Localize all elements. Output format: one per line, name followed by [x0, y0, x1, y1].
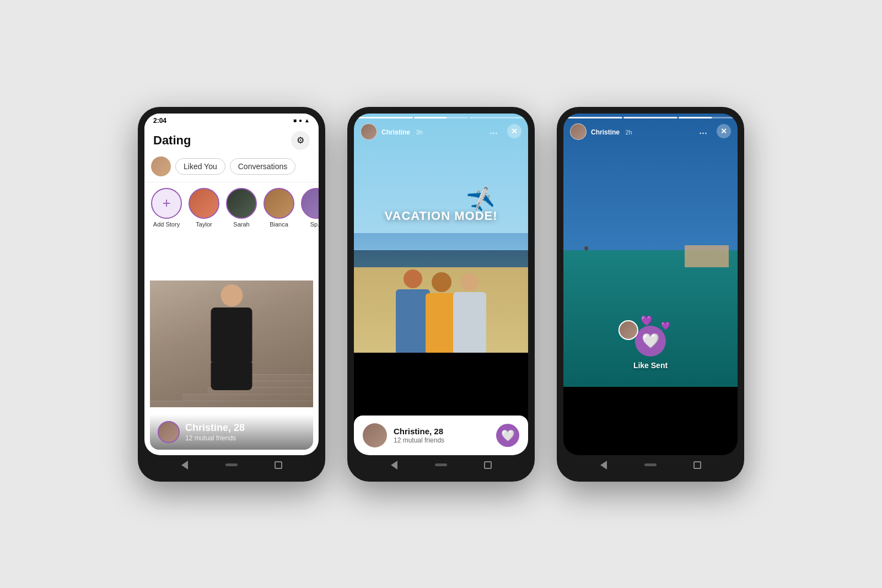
phone-1-screen: 2:04 ■ ● ▲ Dating ⚙ Liked You Conversati…: [144, 114, 319, 455]
stair-5: [251, 374, 313, 381]
head-3: [461, 273, 478, 291]
home-icon: [225, 463, 238, 466]
profile-name-row: Christine, 28 12 mutual friends: [158, 421, 305, 443]
battery-icon: ▲: [304, 117, 310, 123]
story-time-3: 2h: [625, 129, 632, 136]
water: [354, 233, 528, 267]
like-sent-text: Like Sent: [633, 361, 668, 370]
sarah-avatar: [226, 188, 257, 219]
progress-2: [414, 117, 469, 118]
more-icon: ...: [490, 127, 498, 136]
head-2: [432, 272, 451, 292]
story-bianca[interactable]: Bianca: [263, 188, 294, 228]
progress-3: [469, 117, 524, 118]
bottom-card-mutual: 12 mutual friends: [394, 436, 490, 444]
liked-user-avatar: [619, 320, 638, 340]
back-button[interactable]: [179, 459, 191, 471]
recents-icon-3: [693, 461, 701, 469]
more-options-button-3[interactable]: ...: [696, 123, 711, 139]
add-story-item[interactable]: + Add Story: [151, 188, 182, 228]
back-button-3[interactable]: [598, 459, 610, 471]
story-taylor[interactable]: Taylor: [189, 188, 219, 228]
progress-3-3: [679, 117, 733, 118]
story-sarah[interactable]: Sarah: [226, 188, 257, 228]
dating-title: Dating: [153, 133, 191, 148]
home-button-2[interactable]: [435, 459, 447, 471]
story-sp[interactable]: Sp...: [301, 188, 319, 228]
progress-3-2: [623, 117, 678, 118]
sparkle-heart-1: 💜: [641, 315, 653, 327]
progress-bars-3: [568, 117, 733, 118]
stories-row: + Add Story Taylor Sarah Bianca Sp...: [144, 182, 319, 233]
recents-icon: [275, 461, 282, 469]
story-user-info-3: Christine 2h: [570, 123, 632, 140]
like-heart-button[interactable]: 🤍: [635, 326, 666, 357]
close-icon: ✕: [511, 127, 518, 136]
story-actions-3[interactable]: ... ✕: [696, 123, 731, 139]
phone-3: Christine 2h ... ✕ 💜 💜 �: [557, 107, 744, 482]
profile-info-overlay: Christine, 28 12 mutual friends: [150, 414, 313, 450]
close-button-3[interactable]: ✕: [717, 124, 731, 138]
taylor-label: Taylor: [196, 221, 212, 228]
profile-card[interactable]: Christine, 28 12 mutual friends: [150, 239, 313, 450]
home-button[interactable]: [225, 459, 238, 471]
bianca-avatar: [263, 188, 294, 219]
like-button-2[interactable]: 🤍: [496, 424, 519, 447]
close-button[interactable]: ✕: [507, 124, 521, 138]
gear-icon: ⚙: [297, 135, 304, 145]
sparkle-heart-2: 💜: [661, 321, 670, 330]
phone-3-nav-bar: [563, 455, 738, 475]
story-user-avatar-3: [570, 123, 587, 140]
person-3: [453, 273, 486, 353]
add-story-label: Add Story: [153, 221, 180, 228]
recents-icon-2: [484, 461, 492, 469]
phone-2: Christine 3h ... ✕ VACATION MODE! ✈️ Chr…: [347, 107, 535, 482]
story-username: Christine: [381, 128, 410, 136]
signal-icon: ■: [293, 117, 297, 123]
more-options-button[interactable]: ...: [486, 123, 502, 139]
settings-button[interactable]: ⚙: [291, 131, 310, 150]
like-sent-overlay: 💜 💜 🤍 Like Sent: [633, 326, 668, 370]
bottom-card-avatar: [363, 423, 387, 447]
story-user-text: Christine 3h: [381, 127, 423, 137]
back-icon: [181, 461, 188, 470]
recents-button[interactable]: [272, 459, 284, 471]
add-story-button[interactable]: +: [151, 188, 182, 219]
dating-tabs: Liked You Conversations: [144, 153, 319, 182]
progress-3-1: [568, 117, 622, 118]
story-time: 3h: [416, 129, 422, 136]
story-user-text-3: Christine 2h: [591, 127, 632, 137]
home-button-3[interactable]: [644, 459, 657, 471]
person-figure: [211, 284, 252, 390]
status-bar-1: 2:04 ■ ● ▲: [144, 114, 319, 127]
story-bottom-card-2: Christine, 28 12 mutual friends 🤍: [354, 416, 528, 455]
beach-background: [354, 114, 528, 455]
phone-1-nav-bar: [144, 455, 319, 475]
tab-conversations[interactable]: Conversations: [230, 158, 296, 175]
stair-1: [150, 401, 313, 407]
home-icon-3: [644, 463, 657, 466]
progress-1: [358, 117, 413, 118]
bottom-card-info: Christine, 28 12 mutual friends: [394, 427, 490, 444]
person-1: [396, 269, 430, 353]
story-actions-2[interactable]: ... ✕: [486, 123, 521, 139]
profile-thumbnail: [158, 421, 180, 443]
back-button-2[interactable]: [388, 459, 400, 471]
phone-3-screen: Christine 2h ... ✕ 💜 💜 �: [563, 114, 738, 455]
head-1: [404, 269, 422, 288]
phone-1: 2:04 ■ ● ▲ Dating ⚙ Liked You Conversati…: [138, 107, 325, 482]
recents-button-3[interactable]: [691, 459, 703, 471]
person-torso: [211, 308, 252, 363]
bianca-label: Bianca: [270, 221, 288, 228]
body-1: [396, 289, 430, 353]
profile-text: Christine, 28 12 mutual friends: [185, 422, 305, 442]
body-3: [453, 292, 486, 353]
tab-liked-you[interactable]: Liked You: [175, 158, 225, 175]
stair-2: [182, 394, 313, 401]
recents-button-2[interactable]: [482, 459, 494, 471]
sp-label: Sp...: [310, 221, 319, 228]
phone-2-nav-bar: [354, 455, 528, 475]
building: [685, 245, 729, 267]
dating-header: Dating ⚙: [144, 127, 319, 153]
user-avatar-tab: [151, 157, 171, 176]
